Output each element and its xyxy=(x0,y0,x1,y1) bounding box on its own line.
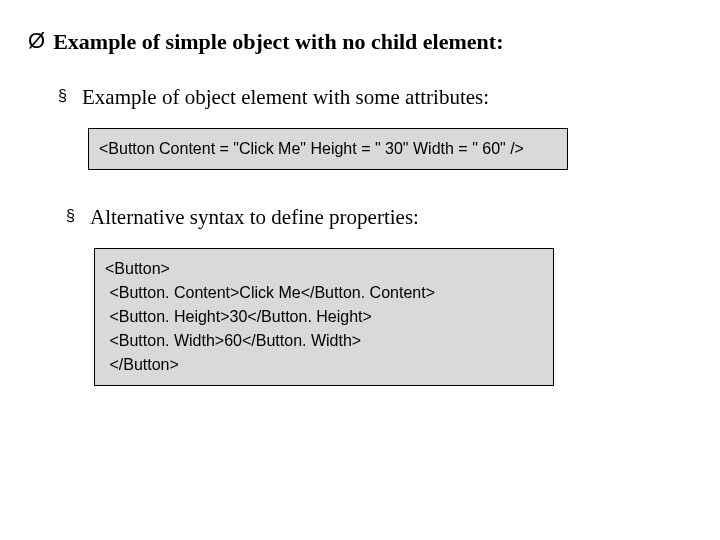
code-block-alternative: <Button> <Button. Content>Click Me</Butt… xyxy=(94,248,554,386)
subheading-attributes-text: Example of object element with some attr… xyxy=(82,84,489,110)
subheading-attributes: § Example of object element with some at… xyxy=(58,84,692,110)
main-heading-text: Example of simple object with no child e… xyxy=(53,28,503,56)
arrow-bullet-icon: Ø xyxy=(28,28,45,54)
square-bullet-icon: § xyxy=(66,204,80,227)
main-heading: Ø Example of simple object with no child… xyxy=(28,28,692,56)
code-block-attributes: <Button Content = "Click Me" Height = " … xyxy=(88,128,568,170)
subheading-alternative: § Alternative syntax to define propertie… xyxy=(66,204,692,230)
subheading-alternative-text: Alternative syntax to define properties: xyxy=(90,204,419,230)
square-bullet-icon: § xyxy=(58,84,72,107)
